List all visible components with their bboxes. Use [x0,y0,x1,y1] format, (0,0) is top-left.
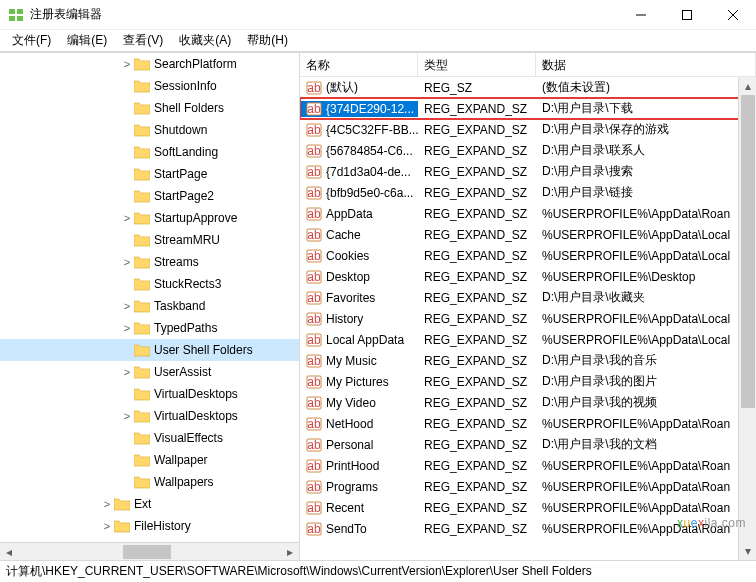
value-row[interactable]: abFavoritesREG_EXPAND_SZD:\用户目录\收藏夹 [300,287,756,308]
value-name: Personal [326,438,373,452]
expander-icon[interactable]: > [120,213,134,224]
value-row[interactable]: abHistoryREG_EXPAND_SZ%USERPROFILE%\AppD… [300,308,756,329]
tree-item[interactable]: Wallpaper [0,449,299,471]
expander-icon[interactable]: > [120,59,134,70]
scroll-right-button[interactable]: ▸ [281,543,299,561]
scroll-left-button[interactable]: ◂ [0,543,18,561]
expander-icon[interactable]: > [120,301,134,312]
value-data: D:\用户目录\我的视频 [536,394,756,411]
value-row[interactable]: abAppDataREG_EXPAND_SZ%USERPROFILE%\AppD… [300,203,756,224]
tree-item[interactable]: >SearchPlatform [0,53,299,75]
tree-item[interactable]: Wallpapers [0,471,299,493]
tree-item[interactable]: SessionInfo [0,75,299,97]
value-name: {374DE290-12... [326,102,414,116]
value-row[interactable]: abProgramsREG_EXPAND_SZ%USERPROFILE%\App… [300,476,756,497]
tree-item-label: FileHistory [134,519,193,533]
value-name-cell: ab{4C5C32FF-BB... [300,122,418,138]
column-name[interactable]: 名称 [300,53,418,76]
tree-item[interactable]: User Shell Folders [0,339,299,361]
tree-item[interactable]: >GameDVR [0,537,299,541]
string-value-icon: ab [306,311,322,327]
window-title: 注册表编辑器 [30,6,618,23]
tree-item[interactable]: >Streams [0,251,299,273]
tree-item[interactable]: >TypedPaths [0,317,299,339]
value-row[interactable]: abNetHoodREG_EXPAND_SZ%USERPROFILE%\AppD… [300,413,756,434]
tree-item[interactable]: >StartupApprove [0,207,299,229]
scroll-thumb[interactable] [741,95,755,408]
tree-item[interactable]: VirtualDesktops [0,383,299,405]
value-row[interactable]: abPersonalREG_EXPAND_SZD:\用户目录\我的文档 [300,434,756,455]
status-path: 计算机\HKEY_CURRENT_USER\SOFTWARE\Microsoft… [6,563,592,580]
scroll-down-button[interactable]: ▾ [739,542,756,560]
string-value-icon: ab [306,227,322,243]
maximize-button[interactable] [664,0,710,30]
tree-item[interactable]: Shutdown [0,119,299,141]
tree-item[interactable]: >FileHistory [0,515,299,537]
value-row[interactable]: abMy MusicREG_EXPAND_SZD:\用户目录\我的音乐 [300,350,756,371]
svg-text:ab: ab [307,501,321,515]
value-data: %USERPROFILE%\AppData\Roan [536,480,756,494]
expander-icon[interactable]: > [120,411,134,422]
expander-icon[interactable]: > [100,499,114,510]
menu-file[interactable]: 文件(F) [6,30,57,51]
menu-help[interactable]: 帮助(H) [241,30,294,51]
value-row[interactable]: ab{4C5C32FF-BB...REG_EXPAND_SZD:\用户目录\保存… [300,119,756,140]
tree-item[interactable]: SoftLanding [0,141,299,163]
expander-icon[interactable]: > [100,521,114,532]
close-button[interactable] [710,0,756,30]
value-row[interactable]: ab{374DE290-12...REG_EXPAND_SZD:\用户目录\下载 [300,98,756,119]
tree-item[interactable]: >UserAssist [0,361,299,383]
tree-item[interactable]: StreamMRU [0,229,299,251]
list-pane: 名称 类型 数据 ab(默认)REG_SZ(数值未设置)ab{374DE290-… [300,53,756,560]
svg-text:ab: ab [307,81,321,95]
string-value-icon: ab [306,248,322,264]
value-row[interactable]: abPrintHoodREG_EXPAND_SZ%USERPROFILE%\Ap… [300,455,756,476]
value-row[interactable]: abLocal AppDataREG_EXPAND_SZ%USERPROFILE… [300,329,756,350]
tree-item[interactable]: Shell Folders [0,97,299,119]
expander-icon[interactable]: > [120,257,134,268]
value-row[interactable]: abMy VideoREG_EXPAND_SZD:\用户目录\我的视频 [300,392,756,413]
value-name-cell: ab{56784854-C6... [300,143,418,159]
tree-item[interactable]: >VirtualDesktops [0,405,299,427]
tree-item[interactable]: StuckRects3 [0,273,299,295]
string-value-icon: ab [306,143,322,159]
list-vertical-scrollbar[interactable]: ▴ ▾ [738,77,756,560]
list-view[interactable]: ab(默认)REG_SZ(数值未设置)ab{374DE290-12...REG_… [300,77,756,541]
value-row[interactable]: abDesktopREG_EXPAND_SZ%USERPROFILE%\Desk… [300,266,756,287]
column-data[interactable]: 数据 [536,53,756,76]
menu-edit[interactable]: 编辑(E) [61,30,113,51]
menu-favorites[interactable]: 收藏夹(A) [173,30,237,51]
tree-view[interactable]: >SearchPlatformSessionInfoShell FoldersS… [0,53,299,541]
value-row[interactable]: ab{bfb9d5e0-c6a...REG_EXPAND_SZD:\用户目录\链… [300,182,756,203]
value-row[interactable]: abCookiesREG_EXPAND_SZ%USERPROFILE%\AppD… [300,245,756,266]
value-type: REG_EXPAND_SZ [418,291,536,305]
value-type: REG_EXPAND_SZ [418,312,536,326]
folder-icon [134,278,150,291]
value-name-cell: abPrograms [300,479,418,495]
tree-item[interactable]: StartPage [0,163,299,185]
string-value-icon: ab [306,206,322,222]
tree-item[interactable]: VisualEffects [0,427,299,449]
value-type: REG_EXPAND_SZ [418,249,536,263]
tree-item[interactable]: StartPage2 [0,185,299,207]
menu-view[interactable]: 查看(V) [117,30,169,51]
tree-item[interactable]: >Taskband [0,295,299,317]
value-row[interactable]: abCacheREG_EXPAND_SZ%USERPROFILE%\AppDat… [300,224,756,245]
value-name-cell: abPersonal [300,437,418,453]
scroll-up-button[interactable]: ▴ [739,77,756,95]
tree-horizontal-scrollbar[interactable]: ◂ ▸ [0,542,299,560]
tree-item[interactable]: >Ext [0,493,299,515]
value-name-cell: abNetHood [300,416,418,432]
value-row[interactable]: ab(默认)REG_SZ(数值未设置) [300,77,756,98]
value-row[interactable]: ab{7d1d3a04-de...REG_EXPAND_SZD:\用户目录\搜索 [300,161,756,182]
value-name: History [326,312,363,326]
value-row[interactable]: abMy PicturesREG_EXPAND_SZD:\用户目录\我的图片 [300,371,756,392]
minimize-button[interactable] [618,0,664,30]
expander-icon[interactable]: > [120,323,134,334]
value-name-cell: abLocal AppData [300,332,418,348]
column-type[interactable]: 类型 [418,53,536,76]
value-type: REG_EXPAND_SZ [418,186,536,200]
expander-icon[interactable]: > [120,367,134,378]
scroll-thumb[interactable] [123,545,171,559]
value-row[interactable]: ab{56784854-C6...REG_EXPAND_SZD:\用户目录\联系… [300,140,756,161]
